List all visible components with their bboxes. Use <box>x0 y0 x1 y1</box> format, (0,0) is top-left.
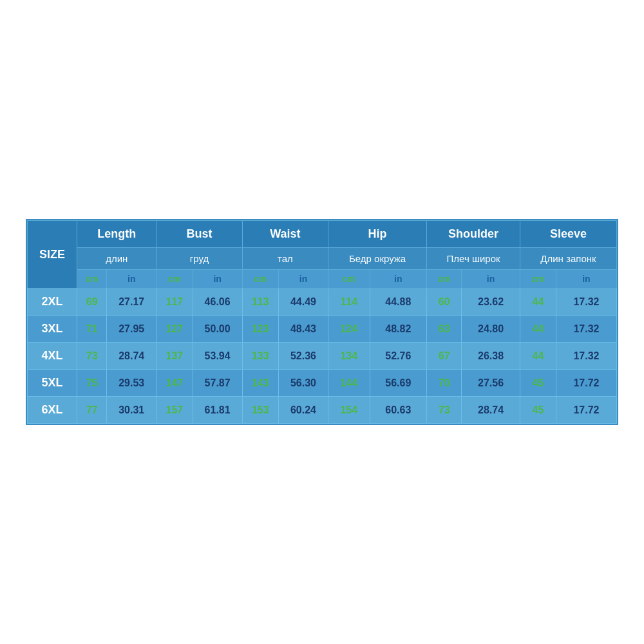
col-waist-header: Waist <box>242 221 328 248</box>
size-cell: 6XL <box>28 397 77 424</box>
shoulder-cm-cell: 63 <box>427 316 462 343</box>
size-chart-wrapper: SIZE Length Bust Waist Hip Shoulder Slee… <box>26 219 618 425</box>
col-sleeve-header: Sleeve <box>520 221 616 248</box>
col-bust-ru: груд <box>156 248 242 270</box>
shoulder-in-cell: 28.74 <box>462 397 520 424</box>
shoulder-in-label: in <box>462 270 520 289</box>
length-cm-cell: 69 <box>77 289 107 316</box>
shoulder-cm-cell: 73 <box>427 397 462 424</box>
waist-cm-cell: 133 <box>242 343 278 370</box>
bust-in-cell: 46.06 <box>193 289 242 316</box>
length-cm-cell: 75 <box>77 370 107 397</box>
col-waist-ru: тал <box>242 248 328 270</box>
length-in-cell: 28.74 <box>107 343 156 370</box>
bust-cm-cell: 157 <box>156 397 193 424</box>
shoulder-cm-label: cm <box>427 270 462 289</box>
sleeve-cm-cell: 44 <box>520 289 556 316</box>
length-in-label: in <box>107 270 156 289</box>
length-cm-cell: 77 <box>77 397 107 424</box>
hip-in-cell: 44.88 <box>370 289 427 316</box>
size-cell: 5XL <box>28 370 77 397</box>
table-row: 2XL6927.1711746.0611344.4911444.886023.6… <box>28 289 617 316</box>
col-shoulder-ru: Плеч широк <box>427 248 520 270</box>
hip-in-cell: 52.76 <box>370 343 427 370</box>
header-row-1: SIZE Length Bust Waist Hip Shoulder Slee… <box>28 221 617 248</box>
length-in-cell: 30.31 <box>107 397 156 424</box>
sleeve-cm-label: cm <box>520 270 556 289</box>
shoulder-in-cell: 24.80 <box>462 316 520 343</box>
col-shoulder-header: Shoulder <box>427 221 520 248</box>
shoulder-cm-cell: 70 <box>427 370 462 397</box>
waist-in-cell: 56.30 <box>278 370 328 397</box>
shoulder-in-cell: 26.38 <box>462 343 520 370</box>
table-body: 2XL6927.1711746.0611344.4911444.886023.6… <box>28 289 617 424</box>
waist-in-cell: 52.36 <box>278 343 328 370</box>
bust-cm-cell: 127 <box>156 316 193 343</box>
bust-cm-cell: 137 <box>156 343 193 370</box>
shoulder-in-cell: 23.62 <box>462 289 520 316</box>
size-chart-table: SIZE Length Bust Waist Hip Shoulder Slee… <box>27 220 617 424</box>
shoulder-cm-cell: 60 <box>427 289 462 316</box>
col-size-header: SIZE <box>28 221 77 289</box>
length-cm-cell: 73 <box>77 343 107 370</box>
waist-cm-cell: 153 <box>242 397 278 424</box>
waist-in-cell: 44.49 <box>278 289 328 316</box>
hip-cm-cell: 114 <box>328 289 370 316</box>
col-length-header: Length <box>77 221 156 248</box>
hip-in-cell: 56.69 <box>370 370 427 397</box>
table-row: 3XL7127.9512750.0012348.4312448.826324.8… <box>28 316 617 343</box>
sleeve-cm-cell: 44 <box>520 316 556 343</box>
hip-cm-label: cm <box>328 270 370 289</box>
sleeve-cm-cell: 45 <box>520 370 556 397</box>
length-in-cell: 27.95 <box>107 316 156 343</box>
sleeve-cm-cell: 45 <box>520 397 556 424</box>
sleeve-in-cell: 17.72 <box>556 370 616 397</box>
bust-in-cell: 50.00 <box>193 316 242 343</box>
sleeve-cm-cell: 44 <box>520 343 556 370</box>
length-in-cell: 29.53 <box>107 370 156 397</box>
hip-in-cell: 48.82 <box>370 316 427 343</box>
col-bust-header: Bust <box>156 221 242 248</box>
size-cell: 2XL <box>28 289 77 316</box>
table-row: 5XL7529.5314757.8714356.3014456.697027.5… <box>28 370 617 397</box>
hip-cm-cell: 154 <box>328 397 370 424</box>
size-cell: 3XL <box>28 316 77 343</box>
bust-in-label: in <box>193 270 242 289</box>
table-row: 4XL7328.7413753.9413352.3613452.766726.3… <box>28 343 617 370</box>
waist-in-label: in <box>278 270 328 289</box>
sleeve-in-label: in <box>556 270 616 289</box>
table-row: 6XL7730.3115761.8115360.2415460.637328.7… <box>28 397 617 424</box>
bust-cm-cell: 147 <box>156 370 193 397</box>
bust-in-cell: 57.87 <box>193 370 242 397</box>
waist-in-cell: 48.43 <box>278 316 328 343</box>
col-hip-ru: Бедр окружа <box>328 248 427 270</box>
sleeve-in-cell: 17.32 <box>556 289 616 316</box>
waist-cm-cell: 123 <box>242 316 278 343</box>
length-cm-cell: 71 <box>77 316 107 343</box>
col-hip-header: Hip <box>328 221 427 248</box>
bust-in-cell: 53.94 <box>193 343 242 370</box>
hip-in-label: in <box>370 270 427 289</box>
hip-cm-cell: 134 <box>328 343 370 370</box>
bust-in-cell: 61.81 <box>193 397 242 424</box>
header-row-3: cm in cm in cm in cm in cm in cm in <box>28 270 617 289</box>
bust-cm-label: cm <box>156 270 193 289</box>
length-in-cell: 27.17 <box>107 289 156 316</box>
waist-cm-cell: 143 <box>242 370 278 397</box>
hip-cm-cell: 144 <box>328 370 370 397</box>
hip-cm-cell: 124 <box>328 316 370 343</box>
header-row-2: длин груд тал Бедр окружа Плеч широк Дли… <box>28 248 617 270</box>
size-cell: 4XL <box>28 343 77 370</box>
sleeve-in-cell: 17.32 <box>556 316 616 343</box>
col-length-ru: длин <box>77 248 156 270</box>
waist-cm-label: cm <box>242 270 278 289</box>
waist-cm-cell: 113 <box>242 289 278 316</box>
col-sleeve-ru: Длин запонк <box>520 248 616 270</box>
hip-in-cell: 60.63 <box>370 397 427 424</box>
shoulder-cm-cell: 67 <box>427 343 462 370</box>
shoulder-in-cell: 27.56 <box>462 370 520 397</box>
length-cm-label: cm <box>77 270 107 289</box>
sleeve-in-cell: 17.72 <box>556 397 616 424</box>
waist-in-cell: 60.24 <box>278 397 328 424</box>
bust-cm-cell: 117 <box>156 289 193 316</box>
